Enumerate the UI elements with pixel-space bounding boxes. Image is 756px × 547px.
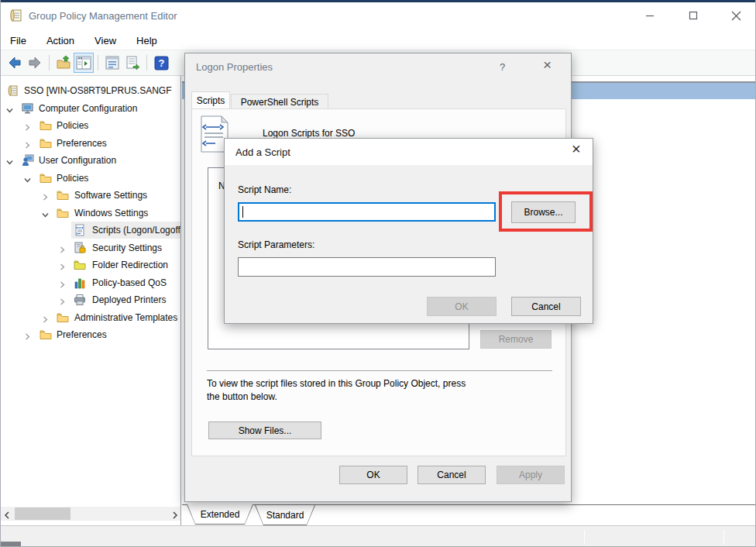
up-one-level-icon[interactable]: [53, 53, 74, 73]
console-tree-icon[interactable]: [74, 53, 94, 73]
tree-item-label: Policies: [57, 170, 88, 187]
chevron-collapsed-icon[interactable]: [23, 121, 33, 130]
maximize-icon: [689, 11, 698, 20]
tree-item-label: Windows Settings: [74, 205, 148, 222]
horizontal-scrollbar[interactable]: [1, 507, 180, 521]
folder-icon: [57, 189, 69, 201]
tree-item-label: SSO [WIN-OS8RT9LPRUS.SANGF: [24, 82, 171, 99]
tab-scripts-label: Scripts: [197, 95, 225, 106]
tree-item-label: Preferences: [57, 135, 107, 152]
menu-bar: File Action View Help: [1, 31, 756, 50]
folder-icon: [57, 311, 69, 324]
export-list-icon[interactable]: [122, 53, 143, 73]
script-parameters-input[interactable]: [238, 257, 496, 277]
tree-item-preferences-user[interactable]: Preferences: [1, 326, 181, 343]
tree-item-label: Policies: [57, 117, 88, 134]
scroll-left-icon[interactable]: [3, 509, 12, 518]
tree-item-user-configuration[interactable]: User Configuration: [1, 152, 181, 169]
tree-item-policies-computer[interactable]: Policies: [1, 117, 181, 134]
properties-icon[interactable]: [102, 53, 122, 73]
tree-item-windows-settings[interactable]: Windows Settings: [1, 205, 181, 222]
tree-item-software-settings[interactable]: Software Settings: [1, 187, 181, 204]
cancel-button[interactable]: Cancel: [418, 466, 486, 484]
minimize-icon: [645, 11, 655, 20]
tab-extended-label: Extended: [187, 504, 253, 525]
script-name-input[interactable]: [238, 202, 496, 222]
tab-scripts[interactable]: Scripts: [191, 91, 230, 109]
cancel-button[interactable]: Cancel: [511, 297, 581, 316]
tree-item-security-settings[interactable]: Security Settings: [1, 239, 181, 256]
tab-extended[interactable]: Extended: [187, 504, 253, 525]
tab-standard-label: Standard: [255, 505, 315, 525]
gpo-scroll-icon: [7, 84, 19, 97]
maximize-button[interactable]: [675, 4, 710, 27]
dialog-help-icon[interactable]: ?: [500, 61, 505, 73]
tree-item-label: Software Settings: [74, 187, 147, 204]
status-bar-separator: [584, 530, 585, 545]
info-text-line1: To view the script files stored in this …: [207, 378, 466, 389]
tab-standard[interactable]: Standard: [255, 505, 315, 525]
chevron-expanded-icon[interactable]: [23, 174, 33, 183]
menu-help[interactable]: Help: [136, 35, 157, 46]
app-scroll-icon: [9, 8, 24, 23]
tree-item-administrative-templates[interactable]: Administrative Templates: [1, 309, 181, 326]
ok-button[interactable]: OK: [427, 297, 497, 316]
chevron-collapsed-icon[interactable]: [23, 330, 33, 339]
chevron-collapsed-icon[interactable]: [41, 313, 50, 322]
qos-chart-icon: [74, 277, 86, 289]
scroll-right-icon[interactable]: [171, 509, 180, 518]
chevron-collapsed-icon[interactable]: [58, 243, 67, 253]
tree-item-scripts-logon-logoff[interactable]: Scripts (Logon/Logoff): [1, 222, 181, 239]
chevron-collapsed-icon[interactable]: [23, 139, 33, 148]
forward-icon[interactable]: [25, 53, 45, 73]
chevron-collapsed-icon[interactable]: [58, 295, 67, 304]
tree-item-deployed-printers[interactable]: Deployed Printers: [1, 291, 181, 308]
chevron-collapsed-icon[interactable]: [41, 191, 50, 200]
tree-item-computer-configuration[interactable]: Computer Configuration: [1, 100, 181, 117]
scripts-header-text: Logon Scripts for SSO: [263, 128, 355, 139]
close-button[interactable]: [719, 4, 754, 27]
tree-item-policies-user[interactable]: Policies: [1, 170, 181, 187]
apply-button[interactable]: Apply: [497, 466, 565, 484]
menu-file[interactable]: File: [10, 35, 26, 46]
menu-action[interactable]: Action: [46, 35, 74, 46]
tree-item-sso-gpo[interactable]: SSO [WIN-OS8RT9LPRUS.SANGF: [1, 82, 181, 99]
tree-item-label: Security Settings: [92, 239, 162, 256]
folder-icon: [74, 259, 86, 271]
tree-item-label: User Configuration: [39, 152, 116, 169]
tab-powershell-scripts-label: PowerShell Scripts: [241, 97, 319, 108]
chevron-expanded-icon[interactable]: [41, 208, 50, 218]
status-bar-separator: [723, 530, 724, 545]
annotation-highlight-rect: [499, 191, 593, 232]
help-icon[interactable]: ?: [151, 53, 171, 73]
separator-line: [207, 370, 552, 372]
tree-item-label: Folder Redirection: [92, 256, 168, 274]
dialog-title: Logon Properties: [196, 61, 273, 73]
tree-item-folder-redirection[interactable]: Folder Redirection: [1, 256, 181, 274]
tree-item-policy-based-qos[interactable]: Policy-based QoS: [1, 274, 181, 291]
folder-icon: [40, 329, 52, 341]
dialog-close-icon[interactable]: ×: [543, 57, 552, 74]
chevron-expanded-icon[interactable]: [5, 104, 15, 113]
chevron-collapsed-icon[interactable]: [58, 278, 67, 287]
dialog-close-icon[interactable]: ×: [572, 140, 581, 158]
minimize-button[interactable]: [632, 4, 667, 27]
toolbar-separator: [146, 55, 147, 71]
ok-button[interactable]: OK: [339, 466, 407, 484]
menu-view[interactable]: View: [94, 35, 116, 46]
chevron-expanded-icon[interactable]: [5, 156, 15, 165]
toolbar-separator: [49, 55, 50, 71]
remove-button[interactable]: Remove: [480, 330, 552, 349]
back-icon[interactable]: [5, 53, 25, 73]
window-title: Group Policy Management Editor: [29, 10, 177, 22]
tree-item-label: Computer Configuration: [39, 100, 137, 117]
tree-item-label: Scripts (Logon/Logoff): [92, 222, 181, 239]
script-parameters-label: Script Parameters:: [238, 239, 314, 250]
script-icon: [74, 224, 86, 236]
chevron-collapsed-icon[interactable]: [58, 260, 67, 270]
tab-powershell-scripts[interactable]: PowerShell Scripts: [231, 94, 328, 109]
tree-item-preferences-computer[interactable]: Preferences: [1, 135, 181, 152]
show-files-button[interactable]: Show Files...: [208, 421, 321, 439]
scrollbar-thumb[interactable]: [15, 507, 70, 520]
group-policy-editor-window: Group Policy Management Editor File Acti…: [0, 0, 756, 547]
